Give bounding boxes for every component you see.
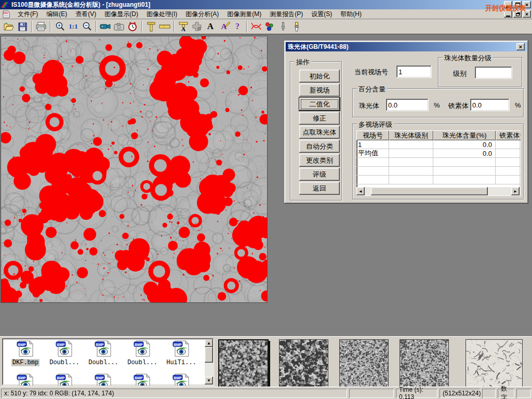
file-item[interactable] xyxy=(7,374,44,385)
zoom-out-button[interactable] xyxy=(80,20,94,33)
menu-help[interactable]: 帮助(H) xyxy=(336,9,366,20)
grade-input[interactable] xyxy=(475,66,512,79)
scroll-down-button[interactable]: ▼ xyxy=(205,377,213,384)
file-name[interactable]: Doubl... xyxy=(48,359,81,366)
print-button[interactable] xyxy=(34,20,48,33)
file-item[interactable]: HuiTi... xyxy=(163,340,200,366)
return-button[interactable]: 返回 xyxy=(299,182,340,195)
menu-image-measure[interactable]: 图像测量(M) xyxy=(223,9,265,20)
grade-group-label: 珠光体数量分级 xyxy=(443,54,493,63)
file-item[interactable] xyxy=(163,374,200,385)
pick-pearlite-button[interactable]: 点取珠光体 xyxy=(299,126,340,139)
file-name[interactable]: Doubl... xyxy=(87,359,119,366)
menu-measure-report[interactable]: 测量报告(P) xyxy=(265,9,307,20)
phase-points-button[interactable] xyxy=(263,20,276,33)
thumbnail-4[interactable] xyxy=(400,339,449,387)
cell-ferrite xyxy=(496,140,521,149)
multifield-group-label: 多视场评级 xyxy=(357,120,394,129)
file-browser[interactable]: DKF.bmp Doubl... Doubl... Doubl... HuiTi… xyxy=(2,338,214,385)
menu-image-processing[interactable]: 图像处理(I) xyxy=(142,9,181,20)
caliper-measure-button[interactable] xyxy=(144,20,158,33)
measure-label-button[interactable]: A xyxy=(177,20,190,33)
binarize-button[interactable]: 二值化 xyxy=(299,98,340,111)
curve-tool-button[interactable] xyxy=(249,20,263,33)
menu-view[interactable]: 查看(V) xyxy=(71,9,100,20)
scroll-up-button[interactable]: ▲ xyxy=(205,339,213,347)
file-name[interactable]: DKF.bmp xyxy=(11,359,39,366)
file-item[interactable]: Doubl... xyxy=(85,340,122,366)
status-bar: x: 510 y: 79 idx: 0 RGB: (174, 174, 174)… xyxy=(0,387,532,399)
auto-classify-button[interactable]: 自动分类 xyxy=(299,140,340,153)
bmp-file-icon xyxy=(172,374,191,385)
mdi-close-button[interactable]: × xyxy=(523,10,531,18)
zoom-in-button[interactable] xyxy=(53,20,66,33)
title-bar: IS100显微摄像系统(金相分析版) - [zhuguangti01] × xyxy=(0,0,532,9)
file-item[interactable]: Doubl... xyxy=(124,340,161,366)
init-button[interactable]: 初始化 xyxy=(299,70,340,83)
thumbnail-3[interactable] xyxy=(339,339,389,387)
correct-button[interactable]: 修正 xyxy=(299,112,340,125)
ruler-button[interactable] xyxy=(158,20,171,33)
caliper-icon xyxy=(147,22,155,32)
file-name[interactable]: HuiTi... xyxy=(165,359,197,366)
dialog-close-button[interactable]: × xyxy=(516,43,525,50)
thumbnail-2[interactable] xyxy=(279,339,328,387)
app-icon xyxy=(1,1,9,8)
change-class-button[interactable]: 更改类别 xyxy=(299,154,340,167)
file-item[interactable] xyxy=(46,374,83,385)
pearlite-percent-input[interactable] xyxy=(386,99,429,111)
file-item[interactable]: Doubl... xyxy=(46,340,83,366)
ferrite-percent-input[interactable] xyxy=(470,99,510,111)
current-field-input[interactable] xyxy=(396,65,432,78)
micrograph-canvas[interactable] xyxy=(1,36,267,302)
close-button[interactable]: × xyxy=(523,1,531,8)
table-hscrollbar[interactable]: ◄ ► xyxy=(356,187,520,195)
menu-settings[interactable]: 设置(S) xyxy=(307,9,336,20)
status-time: Time (s): 0.113 xyxy=(396,389,437,398)
menu-image-display[interactable]: 图像显示(D) xyxy=(100,9,142,20)
mdi-restore-button[interactable] xyxy=(513,10,522,18)
thumbnail-5[interactable] xyxy=(466,339,523,387)
scroll-track[interactable] xyxy=(365,187,511,195)
mdi-minimize-button[interactable] xyxy=(504,10,512,18)
file-item[interactable] xyxy=(124,374,161,385)
file-name[interactable]: Doubl... xyxy=(126,359,158,366)
scroll-track[interactable] xyxy=(205,347,213,377)
help-button[interactable]: ? xyxy=(231,20,244,33)
table-row[interactable]: 平均值 0.0 xyxy=(356,149,521,158)
menu-file[interactable]: 文件(F) xyxy=(14,9,42,20)
brush-tool-button[interactable] xyxy=(290,20,303,33)
document-icon[interactable]: DOC xyxy=(2,10,10,18)
rate-button[interactable]: 评级 xyxy=(299,168,340,181)
new-field-button[interactable]: 新视场 xyxy=(299,84,340,97)
photo-capture-button[interactable] xyxy=(112,20,126,33)
file-item[interactable]: DKF.bmp xyxy=(7,340,44,366)
file-item[interactable] xyxy=(85,374,122,385)
timer-button[interactable] xyxy=(126,20,139,33)
col-field-no: 视场号 xyxy=(356,130,389,140)
table-row[interactable]: 1 0.0 xyxy=(356,140,521,149)
scroll-left-button[interactable]: ◄ xyxy=(356,187,365,195)
pen-tool-button[interactable] xyxy=(276,20,290,33)
file-vscrollbar[interactable]: ▲ ▼ xyxy=(205,339,213,384)
text-tool-button[interactable]: A xyxy=(204,20,217,33)
menu-edit[interactable]: 编辑(E) xyxy=(42,9,71,20)
maximize-button[interactable] xyxy=(513,1,522,8)
save-button[interactable] xyxy=(16,20,29,33)
bmp-file-icon xyxy=(133,374,152,385)
thumbnail-1[interactable] xyxy=(218,339,269,388)
scroll-thumb[interactable] xyxy=(205,347,213,363)
open-file-button[interactable] xyxy=(2,20,16,33)
video-capture-button[interactable] xyxy=(99,20,112,33)
colored-dots-icon xyxy=(264,22,275,31)
rating-table[interactable]: 视场号 珠光体级别 珠光体含量(%) 铁素体含量(%) 1 0.0 平均值 0.… xyxy=(356,130,521,196)
merge-tool-button[interactable] xyxy=(190,20,204,33)
scroll-right-button[interactable]: ► xyxy=(511,187,520,195)
actual-size-button[interactable]: 1:1 xyxy=(66,20,80,33)
open-folder-icon xyxy=(4,22,14,31)
menu-image-analysis[interactable]: 图像分析(A) xyxy=(181,9,223,20)
annotate-tool-button[interactable]: A xyxy=(217,20,231,33)
col-ferrite-content: 铁素体含量(%) xyxy=(496,130,521,140)
minimize-button[interactable] xyxy=(504,1,512,8)
scroll-thumb[interactable] xyxy=(371,187,488,195)
